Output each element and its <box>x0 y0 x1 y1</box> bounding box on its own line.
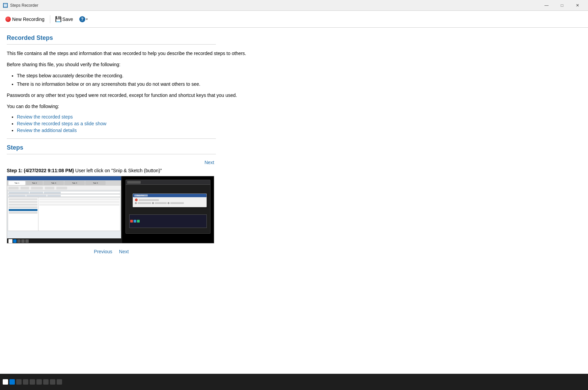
taskbar-icon-5[interactable] <box>36 379 42 385</box>
main-content: Recorded Steps This file contains all th… <box>0 28 304 266</box>
minimize-button[interactable]: — <box>539 0 554 11</box>
help-button[interactable]: ? ▾ <box>77 15 90 24</box>
window-controls: — □ ✕ <box>539 0 585 11</box>
review-slideshow-link[interactable]: Review the recorded steps as a slide sho… <box>17 121 106 126</box>
taskbar-icon-3[interactable] <box>23 379 28 385</box>
taskbar-icon-1[interactable] <box>9 379 15 385</box>
step-1-label: Step 1: (4/27/2022 9:11:08 PM) <box>7 168 74 173</box>
bullet-item-2: There is no information below or on any … <box>17 81 297 88</box>
intro-paragraph-4: You can do the following: <box>7 103 297 110</box>
link-item-3[interactable]: Review the additional details <box>17 128 297 133</box>
title-bar-text: Steps Recorder <box>10 3 38 8</box>
divider-1 <box>7 44 216 45</box>
previous-link[interactable]: Previous <box>94 249 112 254</box>
link-item-1[interactable]: Review the recorded steps <box>17 114 297 120</box>
taskbar <box>0 374 588 390</box>
record-icon <box>5 17 11 22</box>
bullet-item-1: The steps below accurately describe the … <box>17 72 297 79</box>
toolbar-separator <box>50 15 50 23</box>
new-recording-button[interactable]: New Recording <box>3 15 47 23</box>
intro-paragraph-3: Passwords or any other text you typed we… <box>7 92 297 99</box>
help-dropdown-arrow: ▾ <box>86 17 88 21</box>
close-button[interactable]: ✕ <box>570 0 585 11</box>
save-icon: 💾 <box>56 17 61 22</box>
taskbar-icon-7[interactable] <box>50 379 55 385</box>
help-icon: ? <box>79 16 85 22</box>
screenshot-left-panel: Tab 1 Tab 2 Tab 3 Tab 4 Tab 5 <box>7 176 121 243</box>
title-bar: Steps Recorder — □ ✕ <box>0 0 588 11</box>
link-list: Review the recorded steps Review the rec… <box>17 114 297 133</box>
step-1-screenshot: Tab 1 Tab 2 Tab 3 Tab 4 Tab 5 <box>7 176 214 243</box>
intro-paragraph-1: This file contains all the steps and inf… <box>7 50 297 57</box>
bottom-navigation: Previous Next <box>7 243 216 260</box>
bullet-list: The steps below accurately describe the … <box>17 72 297 88</box>
maximize-button[interactable]: □ <box>554 0 570 11</box>
intro-paragraph-2: Before sharing this file, you should ver… <box>7 61 297 68</box>
step-1-heading: Step 1: (4/27/2022 9:11:08 PM) User left… <box>7 168 297 173</box>
app-icon <box>3 3 8 8</box>
svg-point-5 <box>6 4 7 5</box>
svg-rect-2 <box>4 6 7 7</box>
save-button[interactable]: 💾 Save <box>53 15 76 23</box>
review-steps-link[interactable]: Review the recorded steps <box>17 114 73 120</box>
screenshot-right-panel: Steps Rec... <box>122 176 214 243</box>
taskbar-icon-6[interactable] <box>43 379 49 385</box>
divider-3 <box>7 154 216 154</box>
next-link-top[interactable]: Next <box>7 160 214 165</box>
taskbar-icon-2[interactable] <box>16 379 22 385</box>
divider-2 <box>7 138 216 139</box>
svg-point-3 <box>4 4 5 5</box>
recorded-steps-title: Recorded Steps <box>7 34 297 42</box>
steps-title: Steps <box>7 144 297 151</box>
svg-point-4 <box>5 4 6 5</box>
save-label: Save <box>62 17 73 22</box>
taskbar-icon-8[interactable] <box>57 379 62 385</box>
review-details-link[interactable]: Review the additional details <box>17 128 77 133</box>
new-recording-label: New Recording <box>12 17 45 22</box>
taskbar-icon-4[interactable] <box>30 379 35 385</box>
toolbar: New Recording 💾 Save ? ▾ <box>0 11 588 28</box>
step-1-description: User left click on "Snip & Sketch (butto… <box>75 168 162 173</box>
start-button[interactable] <box>3 379 8 385</box>
link-item-2[interactable]: Review the recorded steps as a slide sho… <box>17 121 297 126</box>
next-link-bottom[interactable]: Next <box>119 249 129 254</box>
